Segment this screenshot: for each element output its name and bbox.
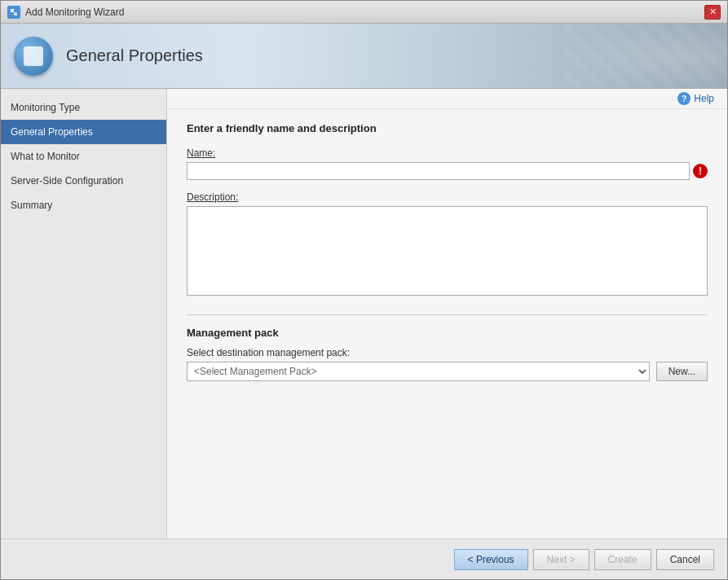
previous-button[interactable]: < Previous xyxy=(454,549,528,570)
description-textarea[interactable] xyxy=(187,206,708,296)
section-divider xyxy=(187,314,708,315)
header-title: General Properties xyxy=(66,46,203,65)
description-label: Description: xyxy=(187,191,708,203)
header-icon xyxy=(14,37,53,76)
select-row: <Select Management Pack> New... xyxy=(187,362,708,381)
help-label: Help xyxy=(694,93,714,104)
form-section-title: Enter a friendly name and description xyxy=(187,122,708,134)
title-bar-icon xyxy=(7,6,20,19)
select-destination-label: Select destination management pack: xyxy=(187,347,708,358)
new-button[interactable]: New... xyxy=(656,362,708,381)
next-button[interactable]: Next > xyxy=(533,549,589,570)
sidebar: Monitoring Type General Properties What … xyxy=(1,89,167,538)
sidebar-item-what-to-monitor[interactable]: What to Monitor xyxy=(1,144,166,169)
close-button[interactable]: ✕ xyxy=(704,5,721,20)
help-link[interactable]: ? Help xyxy=(677,92,714,105)
help-icon: ? xyxy=(677,92,690,105)
main-inner: Enter a friendly name and description Na… xyxy=(167,109,727,538)
main-content: ? Help Enter a friendly name and descrip… xyxy=(167,89,727,538)
content-area: Monitoring Type General Properties What … xyxy=(1,89,727,538)
create-button[interactable]: Create xyxy=(594,549,651,570)
wizard-window: Add Monitoring Wizard ✕ General Properti… xyxy=(0,0,728,580)
svg-rect-0 xyxy=(11,9,14,12)
header-banner: General Properties xyxy=(1,24,727,89)
svg-rect-1 xyxy=(14,12,17,15)
title-bar: Add Monitoring Wizard ✕ xyxy=(1,1,727,24)
name-label: Name: xyxy=(187,147,708,159)
name-input[interactable] xyxy=(187,162,690,180)
name-error-icon: ! xyxy=(693,164,708,178)
header-icon-inner xyxy=(24,46,43,66)
sidebar-item-server-side-config[interactable]: Server-Side Configuration xyxy=(1,169,166,193)
management-pack-select[interactable]: <Select Management Pack> xyxy=(187,362,650,381)
footer: < Previous Next > Create Cancel xyxy=(1,538,727,579)
title-bar-text: Add Monitoring Wizard xyxy=(25,7,704,18)
management-pack-title: Management pack xyxy=(187,327,708,339)
help-row: ? Help xyxy=(167,89,727,109)
sidebar-item-summary[interactable]: Summary xyxy=(1,193,166,218)
name-input-row: ! xyxy=(187,162,708,180)
cancel-button[interactable]: Cancel xyxy=(656,549,714,570)
sidebar-item-monitoring-type[interactable]: Monitoring Type xyxy=(1,95,166,120)
sidebar-item-general-properties[interactable]: General Properties xyxy=(1,120,166,144)
